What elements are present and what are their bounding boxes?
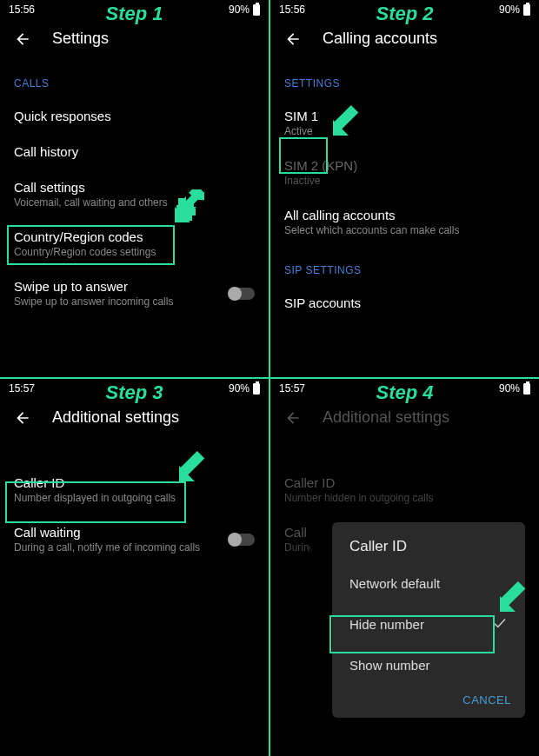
screen-step1: Step 1 15:56 90% Settings CALLS Quick re… (0, 0, 269, 377)
checkmark-icon (492, 615, 508, 633)
status-time: 15:56 (9, 3, 35, 16)
arrow-indicator-icon (498, 579, 533, 617)
svg-rect-12 (501, 581, 525, 606)
section-label-settings: SETTINGS (270, 60, 539, 98)
step-label: Step 2 (376, 3, 433, 25)
battery-icon (523, 4, 530, 16)
caller-id-dialog: Caller ID Network default Hide number Sh… (332, 522, 525, 718)
status-time: 15:57 (9, 382, 35, 395)
option-hide-number[interactable]: Hide number (332, 603, 525, 646)
status-battery-pct: 90% (499, 382, 520, 395)
page-title: Additional settings (52, 408, 179, 427)
arrow-indicator-icon (173, 189, 208, 228)
status-time: 15:56 (279, 3, 305, 16)
battery-icon (253, 383, 260, 395)
battery-icon (523, 383, 530, 395)
item-sip-accounts[interactable]: SIP accounts (270, 285, 539, 321)
item-swipe-up[interactable]: Swipe up to answer Swipe up to answer in… (0, 269, 269, 318)
toggle-swipe-up[interactable] (229, 288, 255, 300)
item-caller-id-bg: Caller ID Number hidden in outgoing call… (270, 465, 539, 514)
status-time: 15:57 (279, 382, 305, 395)
page-title: Settings (52, 30, 109, 48)
item-sim2: SIM 2 (KPN) Inactive (270, 148, 539, 197)
toggle-call-waiting[interactable] (229, 534, 255, 546)
item-caller-id[interactable]: Caller ID Number displayed in outgoing c… (0, 465, 269, 514)
screen-step4: Step 4 15:57 90% Additional settings Cal… (270, 379, 539, 756)
step-label: Step 4 (376, 381, 433, 404)
svg-rect-10 (180, 451, 204, 475)
item-sim1[interactable]: SIM 1 Active (270, 98, 539, 148)
item-call-settings[interactable]: Call settings Voicemail, call waiting an… (0, 169, 269, 219)
arrow-indicator-icon (177, 448, 212, 487)
cancel-button[interactable]: CANCEL (462, 693, 511, 706)
battery-icon (253, 4, 260, 16)
back-arrow-icon[interactable] (14, 30, 31, 48)
item-quick-responses[interactable]: Quick responses (0, 98, 269, 134)
screen-step2: Step 2 15:56 90% Calling accounts SETTIN… (270, 0, 539, 377)
dialog-title: Caller ID (332, 522, 525, 564)
arrow-indicator-icon (331, 103, 366, 141)
option-show-number[interactable]: Show number (332, 646, 525, 685)
back-arrow-icon (284, 409, 302, 427)
section-label-sip: SIP SETTINGS (270, 247, 539, 285)
step-label: Step 3 (105, 381, 163, 404)
item-call-history[interactable]: Call history (0, 134, 269, 169)
screen-step3: Step 3 15:57 90% Additional settings Cal… (0, 379, 269, 756)
status-battery-pct: 90% (229, 382, 250, 395)
item-country-codes[interactable]: Country/Region codes Country/Region code… (0, 219, 269, 269)
step-label: Step 1 (105, 3, 163, 25)
section-label-calls: CALLS (0, 60, 269, 98)
back-arrow-icon[interactable] (14, 409, 31, 427)
page-title: Calling accounts (323, 30, 437, 48)
status-battery-pct: 90% (499, 3, 520, 16)
option-network-default[interactable]: Network default (332, 564, 525, 603)
back-arrow-icon[interactable] (284, 30, 302, 48)
page-title: Additional settings (323, 408, 449, 427)
item-all-calling-accounts[interactable]: All calling accounts Select which accoun… (270, 197, 539, 247)
status-battery-pct: 90% (229, 3, 250, 16)
svg-rect-8 (334, 105, 358, 129)
item-call-waiting[interactable]: Call waiting During a call, notify me of… (0, 514, 269, 564)
